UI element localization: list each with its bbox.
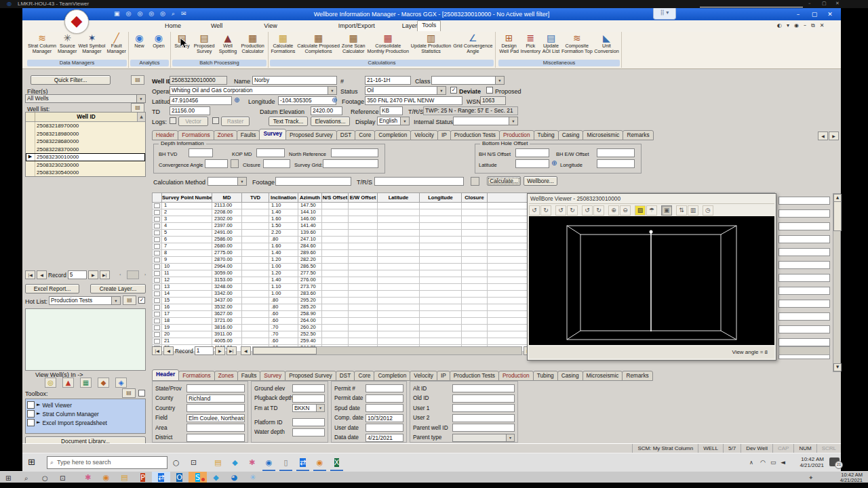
closure-value[interactable] <box>462 304 488 311</box>
close-icon[interactable]: ✕ <box>820 22 825 29</box>
inclination-value[interactable]: 1.60 <box>269 216 298 223</box>
inclination-value[interactable]: 1.20 <box>269 257 298 264</box>
theme-icon[interactable]: ◐ <box>777 22 782 29</box>
input-field[interactable] <box>778 338 830 346</box>
closure-value[interactable] <box>462 331 488 338</box>
toolbox-item-checkbox[interactable] <box>27 419 35 426</box>
closure-value[interactable] <box>462 257 488 264</box>
tab[interactable]: IP <box>437 371 450 381</box>
well-list[interactable]: Well ID ▲ 25083218970000 25083218980000 … <box>25 112 146 177</box>
scroll-right-icon[interactable]: › <box>140 270 151 279</box>
survey-point-number[interactable]: 20 <box>162 331 212 338</box>
closure-value[interactable] <box>462 230 488 237</box>
rotate-right-z-icon[interactable]: ↻ <box>593 205 604 216</box>
longitude-value[interactable] <box>420 203 462 209</box>
datum-elevation-field[interactable]: 2420.00 <box>311 106 342 115</box>
inclination-value[interactable]: 1.40 <box>269 277 298 284</box>
well-id-column-header[interactable]: Well ID <box>35 113 137 121</box>
field-input[interactable]: Elm Coulee, Northeast▾ <box>186 414 245 422</box>
field-input[interactable]: BKKN▾ <box>292 404 325 412</box>
longitude-value[interactable] <box>420 331 462 338</box>
field-input[interactable]: ▾ <box>292 394 325 403</box>
ew-offset-value[interactable] <box>349 237 378 243</box>
survey-trs-field[interactable] <box>374 177 464 186</box>
input-field[interactable] <box>778 235 830 243</box>
tvd-value[interactable] <box>242 237 269 243</box>
filter-combo[interactable]: All Wells▾ <box>25 94 146 103</box>
tvd-value[interactable] <box>242 338 269 345</box>
menu-item[interactable]: Import/Export <box>338 22 375 31</box>
tab[interactable]: Velocity <box>410 130 438 140</box>
ns-offset-value[interactable] <box>322 216 349 223</box>
bh-longitude-field[interactable] <box>597 159 635 168</box>
toolbox-checkbox[interactable] <box>138 390 145 396</box>
closure-value[interactable] <box>462 277 488 284</box>
column-header[interactable]: Azimuth <box>298 193 322 203</box>
ns-offset-value[interactable] <box>322 298 349 304</box>
row-selector[interactable] <box>153 277 162 284</box>
ribbon-button[interactable]: ≋ Strat Column Manager <box>28 33 56 54</box>
longitude-value[interactable] <box>420 298 462 304</box>
closure-value[interactable] <box>462 291 488 298</box>
md-value[interactable]: 3532.00 <box>212 304 242 311</box>
viewer-3d-canvas[interactable] <box>529 216 774 345</box>
longitude-value[interactable] <box>420 250 462 257</box>
longitude-value[interactable] <box>420 277 462 284</box>
tab[interactable]: Proposed Survey <box>285 130 337 140</box>
ew-offset-value[interactable] <box>349 270 378 277</box>
globe-icon[interactable]: ⊕ <box>234 97 239 104</box>
row-selector[interactable] <box>153 331 162 338</box>
field-input[interactable]: ▾ <box>452 394 515 403</box>
ew-offset-value[interactable] <box>349 257 378 264</box>
latitude-value[interactable] <box>378 277 420 284</box>
tvd-value[interactable] <box>242 277 269 284</box>
inclination-value[interactable]: .70 <box>269 331 298 338</box>
tab[interactable]: Casing <box>557 371 583 381</box>
horizontal-scrollbar[interactable] <box>252 346 522 355</box>
longitude-value[interactable] <box>420 325 462 331</box>
mini-scrollbar[interactable] <box>127 270 139 279</box>
latitude-value[interactable] <box>378 318 420 325</box>
latitude-value[interactable] <box>378 257 420 264</box>
tab[interactable]: Zones <box>214 130 237 140</box>
class-combo[interactable]: ▾ <box>431 76 505 85</box>
teamviewer-icon[interactable]: ⇄ <box>152 472 170 483</box>
teamviewer-icon[interactable]: ⇄ <box>294 455 311 470</box>
task-view-icon[interactable]: ⊡ <box>60 473 65 483</box>
vector-checkbox[interactable] <box>170 117 176 124</box>
restore-icon[interactable]: ▢ <box>807 10 822 18</box>
tvd-value[interactable] <box>242 298 269 304</box>
inclination-value[interactable]: 1.40 <box>269 250 298 257</box>
azimuth-value[interactable]: 295.20 <box>298 298 322 304</box>
survey-point-number[interactable]: 15 <box>162 298 212 304</box>
internal-status-combo[interactable]: ▾ <box>453 117 518 125</box>
last-record-button[interactable]: ▶| <box>100 270 110 279</box>
survey-point-number[interactable]: 4 <box>162 223 212 230</box>
raster-checkbox[interactable] <box>212 117 219 124</box>
ribbon-button[interactable]: ▥ Update Production Statistics <box>411 33 452 54</box>
latitude-value[interactable] <box>378 284 420 291</box>
wsn-field[interactable]: 1063 <box>480 96 506 105</box>
md-value[interactable]: 2680.00 <box>212 243 242 250</box>
md-value[interactable]: 2397.00 <box>212 223 242 230</box>
tvd-value[interactable] <box>242 331 269 338</box>
ew-offset-value[interactable] <box>349 209 378 216</box>
closure-value[interactable] <box>462 209 488 216</box>
ns-offset-value[interactable] <box>322 203 349 209</box>
file-explorer-icon[interactable]: ▤ <box>115 472 134 483</box>
toolbox-report-icon[interactable]: ▤ <box>122 388 136 398</box>
md-value[interactable]: 3059.00 <box>212 270 242 277</box>
inclination-value[interactable]: 1.10 <box>269 203 298 209</box>
ribbon-button[interactable]: ▦ Zone Scan Calculator <box>342 33 366 54</box>
wifi-icon[interactable]: ◠ <box>760 458 766 468</box>
azimuth-value[interactable]: 260.20 <box>298 325 322 331</box>
dropdown-arrow-icon[interactable]: ▾ <box>400 117 409 125</box>
column-header[interactable]: Closure <box>462 193 488 203</box>
rotate-right-y-icon[interactable]: ↻ <box>567 205 578 216</box>
input-field[interactable] <box>778 248 830 256</box>
field-input[interactable]: 4/21/2021▾ <box>366 434 403 442</box>
field-input[interactable]: ▾ <box>366 394 403 403</box>
md-value[interactable]: 3437.00 <box>212 298 242 304</box>
field-input[interactable]: ▾ <box>186 434 245 442</box>
ribbon-button[interactable]: ∠ Grid Convergence Angle <box>453 33 492 54</box>
